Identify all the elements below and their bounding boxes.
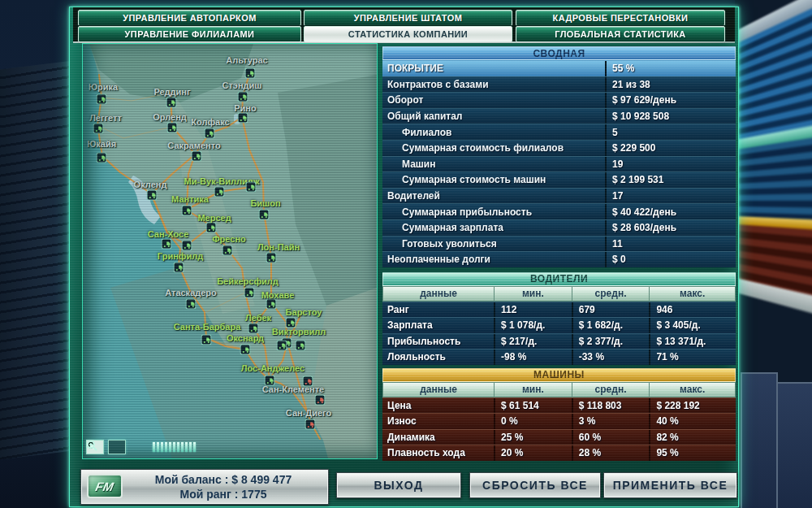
balance-text: Мой баланс : $ 8 499 477 [119,472,328,487]
table-cell: $ 228 192 [649,398,736,414]
truck-marker-icon[interactable] [192,151,202,162]
table-cell: -33 % [572,350,650,365]
column-header: макс. [649,286,736,302]
apply-all-button[interactable]: ПРИМЕНИТЬ ВСЕ [603,472,737,498]
zoom-bar [193,442,196,452]
summary-row-label: Суммарная прибыльность [382,204,605,219]
summary-row-label: Неоплаченные долги [382,252,605,267]
tab-кадровые-перестановки[interactable]: КАДРОВЫЕ ПЕРЕСТАНОВКИ [516,10,725,26]
truck-marker-icon[interactable] [97,94,107,105]
truck-marker-icon[interactable] [186,299,197,310]
table-row: Прибыльность$ 217/д.$ 2 377/д.$ 13 371/д… [382,333,736,350]
california-map[interactable]: АльтурасЮрикаРеддингСтэндишРиноЛеггеттОр… [82,43,378,459]
truck-marker-icon[interactable] [265,376,275,386]
table-cell: $ 118 803 [572,398,650,414]
tab-управление-филиалами[interactable]: УПРАВЛЕНИЕ ФИЛИАЛАМИ [78,26,301,42]
truck-marker-icon[interactable] [214,187,225,198]
truck-marker-icon[interactable] [206,223,217,233]
table-cell: 946 [649,302,736,318]
truck-marker-icon[interactable] [245,68,256,79]
table-cell: $ 217/д. [494,334,572,350]
truck-marker-icon[interactable] [167,123,178,133]
summary-row-label: Контрактов с базами [382,77,605,93]
summary-row: Неоплаченные долги$ 0 [382,251,736,267]
truck-marker-icon[interactable] [296,341,306,351]
truck-marker-icon[interactable] [240,345,251,355]
zoom-bar [173,442,175,452]
table-cell: 3 % [572,414,650,429]
tab-управление-штатом[interactable]: УПРАВЛЕНИЕ ШТАТОМ [304,10,512,26]
drivers-table: Ранг112679946Зарплата$ 1 078/д.$ 1 682/д… [382,302,736,365]
truck-marker-icon[interactable] [238,92,248,102]
truck-marker-icon[interactable] [97,153,107,163]
select-tool-icon[interactable] [108,440,126,454]
table-cell: Цена [382,398,494,414]
summary-row-value: 11 [605,237,736,252]
summary-row-label: Оборот [382,93,605,108]
summary-row-value: 55 % [605,61,736,76]
table-cell: Зарплата [382,318,494,333]
zoom-bar [169,442,171,452]
summary-row: Суммарная прибыльность$ 40 422/день [382,203,736,219]
truck-marker-icon[interactable] [303,376,313,387]
truck-marker-icon[interactable] [248,323,259,334]
zoom-in-icon[interactable] [202,441,218,454]
table-cell: $ 3 405/д. [649,318,736,333]
truck-marker-icon[interactable] [286,318,296,328]
truck-marker-icon[interactable] [182,241,192,251]
table-row: Динамика25 %60 %82 % [382,429,736,445]
summary-row: Суммарная стоимость филиалов$ 229 500 [382,140,736,156]
table-cell: 0 % [494,414,572,429]
table-row: Ранг112679946 [382,302,736,318]
table-row: Лояльность-98 %-33 %71 % [382,349,736,365]
column-header: данные [382,382,494,397]
table-cell: Износ [382,414,494,429]
summary-row-label: Машин [382,157,605,172]
truck-marker-icon[interactable] [201,335,212,345]
tab-глобальная-статистика[interactable]: ГЛОБАЛЬНАЯ СТАТИСТИКА [516,26,725,42]
column-header: мин. [494,382,572,397]
zoom-level-bars[interactable] [153,442,196,452]
truck-marker-icon[interactable] [246,182,257,193]
truck-marker-icon[interactable] [174,263,184,273]
office-chair [741,372,778,508]
truck-marker-icon[interactable] [162,239,172,250]
table-row: Цена$ 61 514$ 118 803$ 228 192 [382,397,736,414]
exit-button[interactable]: ВЫХОД [336,472,461,498]
truck-marker-icon[interactable] [93,124,104,134]
truck-marker-icon[interactable] [238,113,248,124]
tab-row-1: УПРАВЛЕНИЕ АВТОПАРКОМУПРАВЛЕНИЕ ШТАТОМКА… [70,10,738,25]
zoom-out-icon[interactable] [130,441,146,454]
summary-section-title: СВОДНАЯ [382,46,736,60]
summary-row-value: $ 0 [605,252,736,267]
summary-row-value: 21 из 38 [605,77,736,93]
table-row: Износ0 %3 %40 % [382,413,736,429]
truck-marker-icon[interactable] [222,245,233,256]
truck-marker-icon[interactable] [182,206,192,216]
zoom-bar [189,442,192,452]
truck-marker-icon[interactable] [266,299,277,310]
summary-row-label: ПОКРЫТИЕ [382,61,605,76]
tab-статистика-компании[interactable]: СТАТИСТИКА КОМПАНИИ [304,26,512,42]
truck-marker-icon[interactable] [244,288,255,298]
table-cell: Лояльность [382,350,494,365]
machines-section-title: МАШИНЫ [382,368,736,382]
table-cell: $ 61 514 [494,398,572,414]
truck-marker-icon[interactable] [266,253,277,263]
truck-marker-icon[interactable] [315,395,326,406]
truck-marker-icon[interactable] [205,128,215,139]
column-header: макс. [649,382,736,397]
truck-marker-icon[interactable] [147,190,158,201]
tab-управление-автопарком[interactable]: УПРАВЛЕНИЕ АВТОПАРКОМ [78,10,301,26]
table-cell: $ 2 377/д. [572,334,650,350]
truck-marker-icon[interactable] [305,419,316,430]
truck-marker-icon[interactable] [166,98,177,108]
summary-row-value: $ 10 928 508 [605,109,736,124]
summary-row-label: Суммарная стоимость машин [382,172,605,188]
truck-marker-icon[interactable] [259,210,270,220]
column-header: мин. [494,286,572,302]
reset-all-button[interactable]: СБРОСИТЬ ВСЕ [469,472,601,498]
summary-row-label: Филиалов [382,124,605,140]
table-cell: Динамика [382,430,494,445]
truck-marker-icon[interactable] [277,341,287,351]
